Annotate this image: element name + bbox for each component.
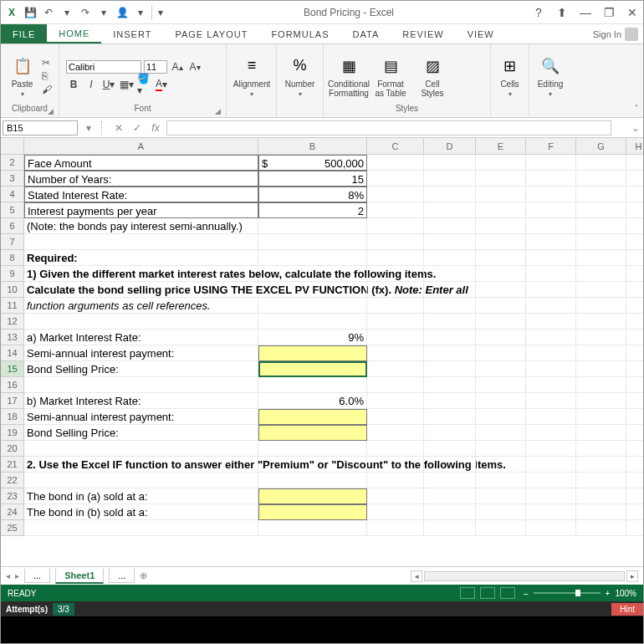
row-header-22[interactable]: 22 bbox=[1, 473, 24, 488]
row-header-11[interactable]: 11 bbox=[1, 298, 24, 314]
cell-D7[interactable] bbox=[424, 234, 476, 250]
cell-E8[interactable] bbox=[476, 250, 526, 266]
zoom-out-icon[interactable]: – bbox=[524, 589, 529, 598]
format-as-table-button[interactable]: ▤Format as Table bbox=[372, 54, 409, 98]
row-header-10[interactable]: 10 bbox=[1, 282, 24, 298]
cell-G18[interactable] bbox=[576, 409, 626, 425]
cell-H5[interactable] bbox=[626, 202, 643, 218]
cell-A17[interactable]: b) Market Interest Rate: bbox=[24, 393, 258, 409]
font-size-input[interactable] bbox=[144, 60, 167, 74]
cell-C20[interactable] bbox=[367, 441, 424, 457]
cancel-formula-icon[interactable]: ✕ bbox=[110, 122, 128, 134]
chevron-down-icon[interactable]: ▾ bbox=[133, 5, 148, 20]
cut-icon[interactable]: ✂ bbox=[42, 57, 52, 69]
cell-F24[interactable] bbox=[526, 504, 576, 520]
cell-H20[interactable] bbox=[626, 441, 643, 457]
cell-H10[interactable] bbox=[626, 282, 643, 298]
cell-B15[interactable] bbox=[258, 361, 367, 377]
cell-C5[interactable] bbox=[367, 202, 424, 218]
cell-E10[interactable] bbox=[476, 282, 526, 298]
cell-D16[interactable] bbox=[424, 377, 476, 393]
name-box[interactable] bbox=[3, 120, 78, 135]
cell-F2[interactable] bbox=[526, 155, 576, 171]
cell-G5[interactable] bbox=[576, 202, 626, 218]
cell-E2[interactable] bbox=[476, 155, 526, 171]
cell-H4[interactable] bbox=[626, 187, 643, 202]
row-header-19[interactable]: 19 bbox=[1, 425, 24, 441]
cell-C15[interactable] bbox=[367, 361, 424, 377]
cell-F8[interactable] bbox=[526, 250, 576, 266]
number-button[interactable]: %Number▾ bbox=[284, 54, 316, 98]
cell-D2[interactable] bbox=[424, 155, 476, 171]
sheet-nav-next-icon[interactable]: ▸ bbox=[15, 571, 19, 580]
cell-H23[interactable] bbox=[626, 488, 643, 504]
cell-E21[interactable] bbox=[476, 457, 526, 473]
row-header-4[interactable]: 4 bbox=[1, 187, 24, 202]
enter-formula-icon[interactable]: ✓ bbox=[128, 122, 146, 134]
cell-A16[interactable] bbox=[24, 377, 258, 393]
cell-H6[interactable] bbox=[626, 218, 643, 234]
cell-G16[interactable] bbox=[576, 377, 626, 393]
cell-G13[interactable] bbox=[576, 330, 626, 345]
cell-F11[interactable] bbox=[526, 298, 576, 314]
cell-A23[interactable]: The bond in (a) sold at a: bbox=[24, 488, 258, 504]
tab-home[interactable]: HOME bbox=[47, 24, 101, 43]
cell-A4[interactable]: Stated Interest Rate: bbox=[24, 187, 258, 202]
fx-icon[interactable]: fx bbox=[146, 122, 165, 134]
new-sheet-icon[interactable]: ⊕ bbox=[140, 570, 147, 581]
cell-C2[interactable] bbox=[367, 155, 424, 171]
cell-G15[interactable] bbox=[576, 361, 626, 377]
chevron-down-icon[interactable]: ▾ bbox=[96, 5, 111, 20]
row-header-14[interactable]: 14 bbox=[1, 345, 24, 361]
cell-B5[interactable]: 2 bbox=[258, 202, 367, 218]
shrink-font-icon[interactable]: A▾ bbox=[187, 59, 202, 74]
zoom-slider[interactable] bbox=[534, 592, 601, 594]
normal-view-icon[interactable] bbox=[460, 587, 475, 599]
col-header-A[interactable]: A bbox=[24, 138, 258, 155]
cell-H21[interactable] bbox=[626, 457, 643, 473]
cell-G3[interactable] bbox=[576, 171, 626, 187]
cell-E12[interactable] bbox=[476, 314, 526, 330]
cell-B3[interactable]: 15 bbox=[258, 171, 367, 187]
scroll-left-icon[interactable]: ◂ bbox=[411, 570, 422, 582]
cell-C19[interactable] bbox=[367, 425, 424, 441]
cell-D15[interactable] bbox=[424, 361, 476, 377]
tab-insert[interactable]: INSERT bbox=[101, 24, 163, 43]
cell-F6[interactable] bbox=[526, 218, 576, 234]
cell-F4[interactable] bbox=[526, 187, 576, 202]
alignment-button[interactable]: ≡Alignment▾ bbox=[233, 54, 270, 98]
cell-E14[interactable] bbox=[476, 345, 526, 361]
sheet-tab-dots[interactable]: ... bbox=[24, 569, 50, 583]
cell-B18[interactable] bbox=[258, 409, 367, 425]
cell-E5[interactable] bbox=[476, 202, 526, 218]
collapse-ribbon-icon[interactable]: ˆ bbox=[635, 104, 638, 114]
cell-B21[interactable] bbox=[258, 457, 367, 473]
row-header-24[interactable]: 24 bbox=[1, 504, 24, 520]
cell-E24[interactable] bbox=[476, 504, 526, 520]
cell-A6[interactable]: (Note: the bonds pay interest semi-annua… bbox=[24, 218, 258, 234]
sign-in[interactable]: Sign In bbox=[593, 24, 643, 43]
cell-F16[interactable] bbox=[526, 377, 576, 393]
tab-view[interactable]: VIEW bbox=[456, 24, 506, 43]
col-header-E[interactable]: E bbox=[476, 138, 526, 155]
cell-B9[interactable] bbox=[258, 266, 367, 282]
cell-G7[interactable] bbox=[576, 234, 626, 250]
row-header-6[interactable]: 6 bbox=[1, 218, 24, 234]
cell-A25[interactable] bbox=[24, 520, 258, 536]
cell-B25[interactable] bbox=[258, 520, 367, 536]
cell-H8[interactable] bbox=[626, 250, 643, 266]
help-icon[interactable]: ? bbox=[531, 6, 546, 19]
cell-H25[interactable] bbox=[626, 520, 643, 536]
italic-button[interactable]: I bbox=[84, 77, 99, 92]
row-header-25[interactable]: 25 bbox=[1, 520, 24, 536]
cell-G21[interactable] bbox=[576, 457, 626, 473]
cell-D13[interactable] bbox=[424, 330, 476, 345]
scrollbar-track[interactable] bbox=[424, 571, 625, 581]
cell-C7[interactable] bbox=[367, 234, 424, 250]
save-icon[interactable]: 💾 bbox=[23, 5, 38, 20]
cell-H22[interactable] bbox=[626, 473, 643, 488]
cell-A8[interactable]: Required: bbox=[24, 250, 258, 266]
tab-formulas[interactable]: FORMULAS bbox=[259, 24, 340, 43]
cell-G8[interactable] bbox=[576, 250, 626, 266]
scroll-right-icon[interactable]: ▸ bbox=[626, 570, 638, 582]
